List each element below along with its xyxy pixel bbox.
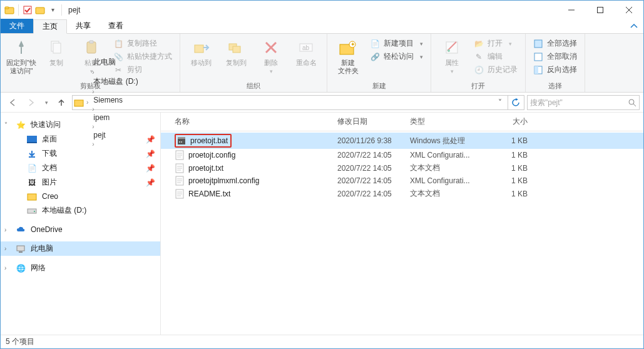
file-type: XML Configurati... [410,151,484,159]
invert-selection-button[interactable]: 反向选择 [531,64,580,76]
svg-rect-2 [24,6,31,14]
group-clipboard-label: 剪贴板 [6,80,175,91]
sidebar-pictures[interactable]: 🖼图片📌 [1,175,160,190]
chevron-right-icon[interactable]: › [4,245,6,252]
file-row[interactable]: README.txt2020/7/22 14:05文本文档1 KB [161,187,643,200]
rename-icon: ab [296,38,316,58]
chevron-down-icon[interactable]: ˅ [4,121,8,128]
sidebar-documents[interactable]: 📄文档📌 [1,161,160,175]
nav-forward-button[interactable] [23,94,39,111]
easy-access-button[interactable]: 🔗轻松访问▾ [367,51,426,63]
sidebar-onedrive[interactable]: ›OneDrive [1,223,160,236]
tab-home[interactable]: 主页 [33,19,67,34]
file-size: 1 KB [484,136,528,145]
new-folder-button[interactable]: ✦新建 文件夹 [332,36,364,75]
rename-button[interactable]: ab重命名 [290,36,322,67]
move-to-button[interactable]: 移动到 [185,36,217,67]
star-icon: ⭐ [16,120,26,130]
svg-rect-25 [534,40,542,48]
col-name[interactable]: 名称 [175,116,337,127]
sidebar-network[interactable]: ›🌐网络 [1,261,160,275]
cut-icon: ✂ [113,65,123,75]
file-icon [175,150,185,160]
address-row: ▾ › 此电脑›本地磁盘 (D:)›Siemens›ipem›pejt› ˅ [1,93,643,113]
column-headers[interactable]: 名称 修改日期 类型 大小 [161,113,643,131]
breadcrumb-segment[interactable]: Siemens [91,96,140,104]
address-dropdown-icon[interactable]: ˅ [494,98,506,107]
select-none-icon [533,52,543,62]
copy-path-button[interactable]: 📋复制路径 [111,38,175,49]
search-input[interactable] [530,98,628,107]
folder-icon [74,98,84,108]
pin-icon: 📌 [146,149,155,158]
tab-view[interactable]: 查看 [100,19,132,33]
breadcrumb-bar[interactable]: › 此电脑›本地磁盘 (D:)›Siemens›ipem›pejt› ˅ [72,95,524,110]
sidebar-local-d[interactable]: 本地磁盘 (D:) [1,203,160,218]
new-item-button[interactable]: 📄新建项目▾ [367,38,426,49]
folder-icon [27,191,37,201]
svg-rect-36 [28,209,36,213]
ribbon-tabs: 文件 主页 共享 查看 [1,19,643,34]
open-button[interactable]: 📂打开▾ [471,38,520,49]
file-type: XML Configurati... [410,176,484,185]
nav-up-button[interactable] [53,94,69,111]
tab-share[interactable]: 共享 [67,19,100,33]
col-date[interactable]: 修改日期 [337,116,410,127]
copy-icon [46,38,66,58]
properties-icon [442,38,462,58]
file-name: proetojtplmxml.config [188,176,259,185]
qat-checkbox-icon[interactable] [23,5,33,15]
search-icon[interactable] [628,98,636,107]
pin-icon: 📌 [146,164,155,173]
properties-button[interactable]: 属性▾ [436,36,468,74]
file-row[interactable]: proetojt.txt2020/7/22 14:05文本文档1 KB [161,161,643,174]
copy-to-button[interactable]: 复制到 [220,36,252,67]
chevron-right-icon[interactable]: › [4,226,6,233]
folder-icon [4,5,14,15]
title-text: pejt [68,6,80,14]
file-type: 文本文档 [410,163,484,173]
select-all-button[interactable]: 全部选择 [531,38,580,49]
refresh-button[interactable] [508,95,523,110]
chevron-right-icon[interactable]: › [91,106,95,113]
copy-button[interactable]: 复制 [41,36,72,67]
select-none-button[interactable]: 全部取消 [531,51,580,63]
new-folder-icon: ✦ [338,38,358,58]
cut-button[interactable]: ✂剪切 [111,64,175,76]
chevron-right-icon[interactable]: › [4,265,6,271]
chevron-right-icon[interactable]: › [91,88,95,95]
nav-back-button[interactable] [4,94,21,111]
svg-rect-5 [598,7,603,13]
file-name: proetojt.config [188,151,235,159]
paste-button[interactable]: 粘贴 ▾ [76,36,107,74]
sidebar-this-pc[interactable]: ›此电脑 [1,241,160,256]
ribbon-collapse-icon[interactable] [625,19,643,33]
history-button[interactable]: 🕘历史记录 [471,64,520,76]
tab-file[interactable]: 文件 [1,19,33,33]
nav-recent-dropdown[interactable]: ▾ [42,94,51,111]
sidebar-creo[interactable]: Creo [1,190,160,203]
breadcrumb-segment[interactable]: 本地磁盘 (D:) [91,76,140,87]
close-button[interactable] [615,1,643,19]
col-size[interactable]: 大小 [484,116,528,127]
file-type: Windows 批处理 [410,136,484,146]
file-row[interactable]: proetojtplmxml.config2020/7/22 14:05XML … [161,174,643,187]
shortcut-icon: 📎 [113,52,123,62]
pin-to-quick-access-button[interactable]: 固定到"快 速访问" [6,36,37,75]
sidebar-quick-access[interactable]: ˅⭐快速访问 [1,118,160,132]
edit-button[interactable]: ✎编辑 [471,51,520,63]
svg-rect-1 [5,7,9,9]
sidebar-desktop[interactable]: 桌面📌 [1,132,160,146]
file-size: 1 KB [484,176,528,185]
col-type[interactable]: 类型 [410,116,484,127]
file-row[interactable]: proetojt.config2020/7/22 14:05XML Config… [161,149,643,161]
chevron-right-icon[interactable]: › [85,99,89,106]
file-row[interactable]: proetojt.bat2020/11/26 9:38Windows 批处理1 … [161,133,643,149]
search-box[interactable] [527,95,640,110]
sidebar-downloads[interactable]: 下载📌 [1,146,160,161]
paste-shortcut-button[interactable]: 📎粘贴快捷方式 [111,51,175,63]
qat-dropdown-icon[interactable]: ▾ [48,5,58,15]
minimize-button[interactable] [557,1,586,19]
maximize-button[interactable] [586,1,615,19]
delete-button[interactable]: 删除▾ [255,36,287,74]
